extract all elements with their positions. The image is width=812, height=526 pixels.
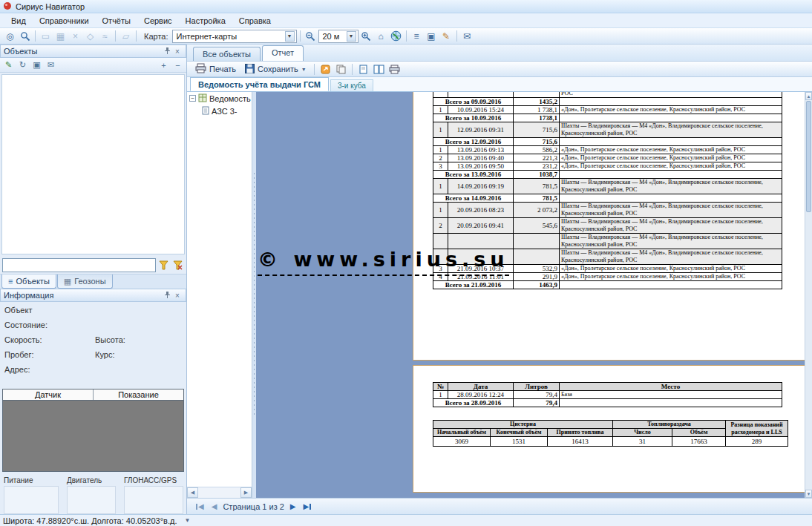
header-cell: Дата xyxy=(448,383,514,391)
edit-object-icon[interactable]: ✎ xyxy=(2,59,15,71)
scroll-down-icon[interactable]: ▼ xyxy=(805,490,812,498)
chevron-down-icon[interactable]: ▼ xyxy=(301,67,307,72)
window-title: Сириус Навигатор xyxy=(16,2,85,11)
tree-node-azs[interactable]: АЗС 3- xyxy=(187,105,252,117)
chevron-down-icon[interactable]: ▼ xyxy=(347,31,356,42)
scroll-right-icon[interactable]: ▶ xyxy=(240,487,252,498)
measure-icon[interactable]: ▱ xyxy=(119,30,133,43)
tree-horizontal-scrollbar[interactable]: ◀ ▶ xyxy=(187,487,252,498)
track-icon[interactable]: ≈ xyxy=(98,30,112,43)
objects-toolbar: ✎ ↻ ▣ ✉ + − xyxy=(0,58,186,73)
close-icon[interactable]: × xyxy=(172,47,183,56)
summary-cell: 1531 xyxy=(491,437,548,447)
search-object-icon[interactable] xyxy=(18,30,32,43)
pin-icon[interactable] xyxy=(162,291,172,300)
report-cell: Всего за 21.09.2016 xyxy=(433,281,514,289)
area-select-icon[interactable]: ▣ xyxy=(425,30,439,43)
report-viewer[interactable]: РОСВсего за 09.09.20161435,2110.09.2016 … xyxy=(256,92,812,498)
export-icon[interactable] xyxy=(318,62,333,76)
internet-map-globe-icon[interactable] xyxy=(389,30,403,43)
chevron-down-icon[interactable]: ▼ xyxy=(285,31,295,42)
report-cell: 20.09.2016 09:41 xyxy=(448,218,514,234)
report-cell: 1 xyxy=(433,122,448,138)
report-cell: 1038,7 xyxy=(514,171,560,179)
print-button[interactable]: Печать xyxy=(191,62,240,76)
collapse-all-icon[interactable]: − xyxy=(171,59,184,71)
menu-service[interactable]: Сервис xyxy=(137,14,179,27)
notes-edit-icon[interactable]: ✎ xyxy=(439,30,454,43)
two-page-view-icon[interactable] xyxy=(372,62,386,76)
select-mode-icon[interactable]: ▭ xyxy=(39,30,53,43)
refresh-icon[interactable]: ↻ xyxy=(16,59,29,71)
objects-panel-header: Объекты × xyxy=(0,45,186,58)
header-cell: Литров xyxy=(514,383,560,391)
title-bar: Сириус Навигатор xyxy=(0,0,812,13)
report-cell: Шахты — Владимировская — М4 «Дон», Влади… xyxy=(560,218,782,234)
single-page-view-icon[interactable] xyxy=(356,62,370,76)
last-page-button[interactable]: ▶ xyxy=(302,502,313,510)
tab-objects[interactable]: ≡ Объекты xyxy=(1,274,56,289)
toolbar-separator xyxy=(35,30,36,42)
tree-node-label: АЗС 3- xyxy=(212,107,238,116)
objects-tree[interactable] xyxy=(1,74,185,254)
sensor-column-header[interactable]: Датчик xyxy=(3,389,94,400)
chevron-down-icon[interactable]: ▼ xyxy=(184,517,190,524)
save-button[interactable]: Сохранить ▼ xyxy=(241,63,310,76)
clear-filter-icon[interactable] xyxy=(171,259,184,271)
reading-column-header[interactable]: Показание xyxy=(94,389,183,400)
multi-select-icon[interactable]: ▦ xyxy=(53,30,68,43)
scrollbar-track[interactable] xyxy=(805,213,812,490)
report-cell: 13.09.2016 09:50 xyxy=(448,162,514,171)
clear-selection-icon[interactable]: × xyxy=(68,30,82,43)
tree-node-vedomost[interactable]: − Ведомость xyxy=(187,92,252,105)
fit-view-icon[interactable]: ⌂ xyxy=(374,30,388,43)
zoom-level-select[interactable]: 20 м ▼ xyxy=(318,30,358,43)
follow-object-icon[interactable]: ◎ xyxy=(3,30,17,43)
photo-icon[interactable]: ▣ xyxy=(30,59,43,71)
message-icon[interactable]: ✉ xyxy=(45,59,57,71)
scroll-left-icon[interactable]: ◀ xyxy=(187,487,198,498)
print-preview-icon[interactable] xyxy=(387,62,402,76)
close-icon[interactable]: × xyxy=(172,291,183,300)
report-cell: Всего за 14.09.2016 xyxy=(433,194,514,203)
copy-icon[interactable] xyxy=(334,62,348,76)
zoom-in-icon[interactable] xyxy=(359,30,373,43)
next-page-button[interactable]: ▶ xyxy=(289,502,298,510)
marker-icon[interactable]: ◇ xyxy=(83,30,97,43)
summary-cell: 31 xyxy=(613,437,672,447)
expand-all-icon[interactable]: + xyxy=(157,59,170,71)
menu-reports[interactable]: Отчёты xyxy=(96,14,137,27)
map-select[interactable]: Интернет-карты ▼ xyxy=(172,30,297,43)
total-row: Всего за 12.09.2016715,6 xyxy=(433,138,782,146)
tab-all-objects[interactable]: Все объекты xyxy=(193,47,261,61)
doc-tab-cube[interactable]: 3-и куба xyxy=(330,79,373,91)
doc-tab-vedomost[interactable]: Ведомость учёта выдачи ГСМ xyxy=(190,77,329,91)
report-page-2: № Дата Литров Место 1 28.09.2016 12:24 7… xyxy=(413,365,809,493)
tree-expander-icon[interactable]: − xyxy=(189,95,196,102)
menu-directories[interactable]: Справочники xyxy=(33,14,96,27)
report-cell xyxy=(560,114,782,122)
scrollbar-thumb[interactable] xyxy=(806,101,811,212)
total-row: Всего за 14.09.2016781,5 xyxy=(433,194,782,203)
summary-column-header: Конечный объём xyxy=(491,429,548,437)
filter-icon[interactable] xyxy=(157,259,170,271)
scroll-up-icon[interactable]: ▲ xyxy=(805,92,812,100)
menu-view[interactable]: Вид xyxy=(4,14,33,27)
zoom-out-icon[interactable] xyxy=(304,30,318,43)
report-cell: «Дон», Пролетарское сельское поселение, … xyxy=(560,162,782,171)
first-page-button[interactable]: ◀ xyxy=(194,502,206,510)
report-cell: 1 xyxy=(433,203,448,218)
send-message-icon[interactable]: ✉ xyxy=(460,30,474,43)
tab-geozones[interactable]: ▦ Геозоны xyxy=(57,274,113,289)
report-vertical-scrollbar[interactable]: ▲ ▼ xyxy=(805,92,812,498)
object-search-input[interactable] xyxy=(2,258,156,272)
tab-report[interactable]: Отчет xyxy=(262,45,304,61)
pin-icon[interactable] xyxy=(162,47,172,56)
previous-page-button[interactable]: ◀ xyxy=(210,502,219,510)
menu-settings[interactable]: Настройка xyxy=(179,14,232,27)
legend-list-icon[interactable]: ≡ xyxy=(410,30,424,43)
report-cell: «Дон», Пролетарское сельское поселение, … xyxy=(560,273,782,281)
tab-objects-label: Объекты xyxy=(16,277,49,286)
menu-help[interactable]: Справка xyxy=(232,14,278,27)
summary-cell: 16413 xyxy=(548,437,613,447)
